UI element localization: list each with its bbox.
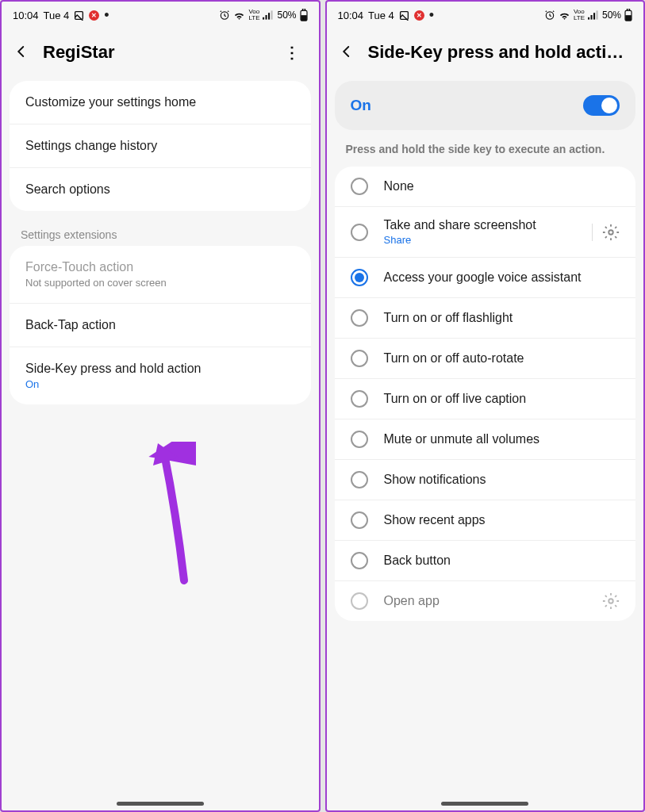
- item-customize-home[interactable]: Customize your settings home: [10, 81, 311, 124]
- navigation-handle[interactable]: [117, 802, 204, 806]
- radio-icon[interactable]: [351, 552, 368, 569]
- radio-label: Turn on or off live caption: [384, 392, 620, 406]
- item-subtext: On: [25, 378, 295, 390]
- radio-label: Turn on or off auto-rotate: [384, 351, 620, 366]
- overflow-menu-icon[interactable]: ⋮: [278, 43, 306, 62]
- extensions-card: Force-Touch action Not supported on cove…: [10, 246, 311, 404]
- option-screenshot[interactable]: Take and share screenshot Share: [335, 207, 636, 258]
- navigation-handle[interactable]: [441, 802, 528, 806]
- radio-label: Show notifications: [384, 473, 620, 487]
- item-label: Settings change history: [25, 139, 295, 153]
- svg-rect-19: [626, 16, 631, 21]
- radio-label: Access your google voice assistant: [384, 270, 620, 285]
- radio-icon[interactable]: [351, 178, 368, 195]
- radio-icon[interactable]: [351, 511, 368, 529]
- option-none[interactable]: None: [335, 167, 636, 207]
- option-rotate[interactable]: Turn on or off auto-rotate: [335, 339, 636, 379]
- header: Side-Key press and hold acti…: [327, 27, 644, 81]
- radio-icon[interactable]: [351, 390, 368, 408]
- recording-icon: ✕: [414, 10, 424, 21]
- radio-label: Mute or unmute all volumes: [384, 432, 620, 446]
- back-icon[interactable]: [14, 41, 29, 63]
- svg-rect-16: [596, 10, 597, 19]
- battery-icon: [300, 9, 308, 21]
- gallery-icon: [399, 10, 409, 21]
- main-list-card: Customize your settings home Settings ch…: [10, 81, 311, 211]
- svg-rect-14: [590, 15, 592, 20]
- status-time: 10:04: [338, 10, 364, 21]
- svg-rect-5: [271, 10, 273, 19]
- option-mute[interactable]: Mute or unmute all volumes: [335, 419, 636, 460]
- svg-point-21: [609, 599, 613, 603]
- radio-sub: Share: [384, 234, 572, 246]
- signal-icon: [588, 10, 599, 20]
- item-change-history[interactable]: Settings change history: [10, 124, 311, 168]
- item-search-options[interactable]: Search options: [10, 168, 311, 211]
- radio-label: Back button: [384, 553, 620, 568]
- radio-icon[interactable]: [351, 350, 368, 367]
- radio-icon[interactable]: [351, 309, 368, 327]
- radio-label: None: [384, 179, 620, 193]
- item-label: Customize your settings home: [25, 95, 295, 109]
- gear-icon[interactable]: [592, 224, 620, 241]
- radio-label: Show recent apps: [384, 513, 620, 527]
- gallery-icon: [74, 10, 84, 21]
- gear-icon[interactable]: [593, 592, 620, 610]
- header: RegiStar ⋮: [2, 27, 319, 81]
- radio-title: Take and share screenshot: [384, 218, 572, 232]
- radio-icon[interactable]: [351, 592, 368, 610]
- item-force-touch: Force-Touch action Not supported on cove…: [10, 246, 311, 304]
- item-label: Search options: [25, 182, 295, 197]
- status-date: Tue 4: [44, 10, 70, 21]
- network-label: VooLTE: [574, 9, 585, 21]
- svg-marker-10: [153, 443, 179, 465]
- svg-rect-2: [263, 17, 264, 20]
- item-label: Force-Touch action: [25, 260, 295, 274]
- network-label: VooLTE: [248, 9, 259, 21]
- wifi-icon: [233, 10, 245, 20]
- option-back-button[interactable]: Back button: [335, 541, 636, 581]
- options-card: None Take and share screenshot Share Acc…: [335, 167, 636, 621]
- right-screen: 10:04 Tue 4 ✕ • VooLTE 50%: [325, 0, 646, 812]
- svg-rect-18: [627, 9, 629, 10]
- back-icon[interactable]: [340, 41, 354, 63]
- radio-label: Open app: [384, 594, 573, 608]
- alarm-icon: [544, 10, 555, 21]
- svg-rect-13: [588, 17, 589, 20]
- radio-icon[interactable]: [351, 471, 368, 488]
- battery-icon: [624, 9, 632, 21]
- svg-point-20: [609, 230, 613, 235]
- status-date: Tue 4: [368, 10, 394, 21]
- status-bar: 10:04 Tue 4 ✕ • VooLTE 50%: [2, 2, 319, 27]
- option-flashlight[interactable]: Turn on or off flashlight: [335, 298, 636, 339]
- master-toggle-row[interactable]: On: [335, 81, 636, 130]
- toggle-switch[interactable]: [583, 95, 620, 116]
- option-recent-apps[interactable]: Show recent apps: [335, 500, 636, 541]
- option-caption[interactable]: Turn on or off live caption: [335, 379, 636, 419]
- option-notifications[interactable]: Show notifications: [335, 460, 636, 500]
- status-right: VooLTE 50%: [544, 9, 632, 21]
- wifi-icon: [559, 10, 570, 20]
- item-side-key[interactable]: Side-Key press and hold action On: [10, 347, 311, 404]
- svg-rect-8: [301, 16, 305, 21]
- option-open-app[interactable]: Open app: [335, 581, 636, 621]
- battery-pct: 50%: [277, 10, 296, 21]
- item-back-tap[interactable]: Back-Tap action: [10, 304, 311, 347]
- status-left: 10:04 Tue 4 ✕ •: [13, 10, 109, 21]
- section-label: Settings extensions: [2, 219, 319, 246]
- option-assistant[interactable]: Access your google voice assistant: [335, 258, 636, 298]
- left-screen: 10:04 Tue 4 ✕ • VooLTE 50%: [0, 0, 321, 812]
- toggle-label: On: [351, 97, 371, 114]
- status-time: 10:04: [13, 10, 39, 21]
- item-label: Back-Tap action: [25, 318, 295, 332]
- radio-icon[interactable]: [351, 224, 368, 241]
- radio-icon[interactable]: [351, 431, 368, 448]
- description-text: Press and hold the side key to execute a…: [327, 138, 644, 167]
- svg-rect-7: [302, 9, 305, 10]
- page-title: RegiStar: [43, 42, 263, 63]
- recording-icon: ✕: [89, 10, 99, 21]
- radio-icon[interactable]: [351, 269, 368, 286]
- status-right: VooLTE 50%: [219, 9, 307, 21]
- item-label: Side-Key press and hold action: [25, 362, 295, 376]
- radio-label: Turn on or off flashlight: [384, 311, 620, 325]
